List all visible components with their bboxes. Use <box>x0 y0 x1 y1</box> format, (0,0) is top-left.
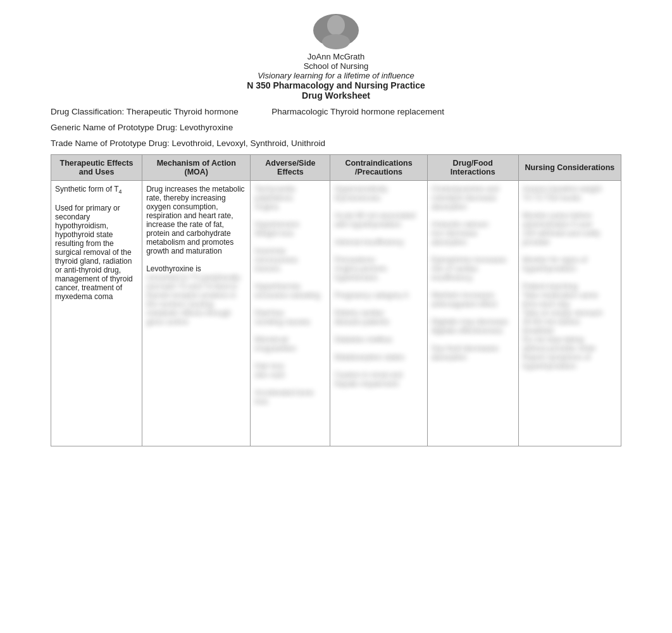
cell-drugfood: Cholestyramine and colestipol decrease a… <box>427 181 518 446</box>
drug-worksheet-table: Therapeutic Effects and Uses Mechanism o… <box>51 154 621 446</box>
nursing-blurred-text-2: Patient teaching: Take medication same t… <box>523 282 603 371</box>
contra-blurred-text: Hypersensitivity thyrotoxicosis Acute MI… <box>334 185 415 388</box>
tagline: Visionary learning for a lifetime of inf… <box>0 71 672 80</box>
header-therapeutic: Therapeutic Effects and Uses <box>51 155 142 181</box>
trade-name-line: Trade Name of Prototype Drug: Levothroid… <box>51 138 621 148</box>
header-adverse: Adverse/Side Effects <box>251 155 330 181</box>
drugfood-blurred-text: Cholestyramine and colestipol decrease a… <box>432 185 508 362</box>
cell-moa: Drug increases the metabolic rate, there… <box>142 181 251 446</box>
course-title: N 350 Pharmacology and Nursing Practice <box>0 80 672 90</box>
adverse-blurred-text: Tachycardia palpitations Angina Hyperten… <box>254 185 320 406</box>
logo-icon <box>311 11 361 49</box>
synthetic-form-text: Synthetic form of T4 <box>55 185 122 194</box>
svg-point-2 <box>322 34 350 49</box>
moa-levothyroxine-text: Levothyroxine is <box>146 264 201 273</box>
school-name: School of Nursing <box>0 61 672 71</box>
svg-point-1 <box>327 15 345 35</box>
nursing-blurred-text-1: Assess baseline weight T4 T3 TSH levels … <box>523 185 602 273</box>
header-nursing: Nursing Considerations <box>518 155 621 181</box>
header-moa: Mechanism of Action (MOA) <box>142 155 251 181</box>
header-contra: Contraindications /Precautions <box>330 155 427 181</box>
worksheet-title: Drug Worksheet <box>0 90 672 101</box>
cell-adverse: Tachycardia palpitations Angina Hyperten… <box>251 181 330 446</box>
pharmacologic-label: Pharmacologic Thyroid hormone replacemen… <box>271 107 444 116</box>
therapeutic-uses-text: Used for primary or secondary hypothyroi… <box>55 204 133 301</box>
cell-nursing: Assess baseline weight T4 T3 TSH levels … <box>518 181 621 446</box>
author-name: JoAnn McGrath <box>0 52 672 61</box>
header-drugfood: Drug/Food Interactions <box>427 155 518 181</box>
moa-text: Drug increases the metabolic rate, there… <box>146 185 244 255</box>
cell-contra: Hypersensitivity thyrotoxicosis Acute MI… <box>330 181 427 446</box>
page-header: JoAnn McGrath School of Nursing Visionar… <box>0 0 672 107</box>
generic-name-line: Generic Name of Prototype Drug: Levothyr… <box>51 123 621 132</box>
drug-info-section: Drug Classification: Therapeutic Thyroid… <box>0 107 672 148</box>
table-header-row: Therapeutic Effects and Uses Mechanism o… <box>51 155 621 181</box>
classification-line: Drug Classification: Therapeutic Thyroid… <box>51 107 621 116</box>
moa-blurred-text: converted to T3 peripherally and both T3… <box>146 273 240 326</box>
classification-label: Drug Classification: Therapeutic Thyroid… <box>51 107 239 116</box>
cell-therapeutic: Synthetic form of T4 Used for primary or… <box>51 181 142 446</box>
table-row: Synthetic form of T4 Used for primary or… <box>51 181 621 446</box>
